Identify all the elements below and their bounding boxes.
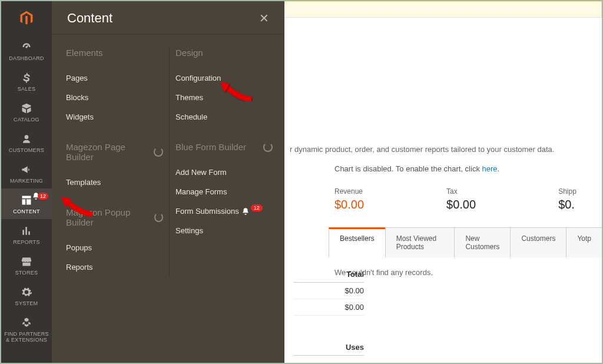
flyout-heading: Blue Form Builder (175, 142, 273, 152)
sidebar-item-marketing[interactable]: MARKETING (1, 158, 52, 188)
kpi-tax: Tax$0.00 (446, 187, 476, 211)
menu-widgets[interactable]: Widgets (66, 107, 163, 127)
menu-settings[interactable]: Settings (175, 221, 273, 240)
kpi-label: Shipp (558, 187, 577, 196)
loading-spinner-icon (154, 213, 163, 222)
megaphone-icon (2, 164, 51, 176)
menu-configuration[interactable]: Configuration (175, 68, 273, 88)
menu-popups[interactable]: Popups (66, 238, 163, 257)
menu-manage-forms[interactable]: Manage Forms (175, 182, 273, 201)
sidebar-item-label: STORES (2, 270, 51, 276)
gear-icon (2, 286, 51, 298)
totals-row: $0.00 (293, 283, 364, 299)
kpi-label: Revenue (334, 187, 364, 196)
sidebar-item-stores[interactable]: STORES (1, 250, 52, 280)
sidebar-item-sales[interactable]: SALES (1, 66, 52, 97)
totals-mini-table: Total $0.00$0.00 Uses (293, 266, 364, 356)
menu-schedule[interactable]: Schedule (175, 107, 273, 127)
tab-customers[interactable]: Customers (510, 227, 566, 257)
flyout-title: Content (67, 11, 112, 26)
totals-header: Total (346, 270, 364, 279)
sidebar-item-system[interactable]: SYSTEM (1, 280, 52, 311)
chart-note-suffix: . (498, 164, 500, 173)
box-icon (2, 102, 51, 114)
person-icon (2, 133, 51, 145)
flyout-heading: Magezon Popup Builder (66, 207, 163, 227)
tab-yotp[interactable]: Yotp (566, 227, 602, 257)
tab-bestsellers[interactable]: Bestsellers (329, 227, 386, 257)
kpi-shipp: Shipp$0. (558, 187, 577, 211)
sidebar-item-label: FIND PARTNERS & EXTENSIONS (2, 331, 51, 343)
sidebar-item-label: DASHBOARD (2, 55, 51, 61)
admin-sidebar: DASHBOARDSALESCATALOGCUSTOMERSMARKETINGC… (1, 1, 52, 363)
gauge-icon (2, 41, 51, 53)
menu-blocks[interactable]: Blocks (66, 88, 163, 107)
storefront-icon (2, 256, 51, 267)
menu-form-submissions[interactable]: Form Submissions12 (175, 201, 273, 221)
menu-add-new-form[interactable]: Add New Form (175, 163, 273, 182)
kpi-value: $0. (558, 198, 577, 211)
kpi-value: $0.00 (334, 198, 364, 211)
menu-themes[interactable]: Themes (175, 88, 273, 107)
sidebar-item-dashboard[interactable]: DASHBOARD (1, 35, 52, 66)
tab-new-customers[interactable]: New Customers (454, 227, 511, 257)
badge-count: 12 (251, 204, 263, 211)
flyout-heading: Magezon Page Builder (66, 142, 163, 162)
sidebar-item-label: MARKETING (2, 178, 51, 184)
sidebar-item-label: CATALOG (2, 117, 51, 123)
menu-templates[interactable]: Templates (66, 173, 163, 192)
sidebar-item-label: SALES (2, 86, 51, 92)
chart-note-prefix: Chart is disabled. To enable the chart, … (334, 164, 482, 173)
sidebar-item-label: SYSTEM (2, 300, 51, 306)
kpi-value: $0.00 (446, 198, 476, 211)
menu-reports[interactable]: Reports (66, 257, 163, 277)
menu-pages[interactable]: Pages (66, 68, 163, 88)
tab-most-viewed-products[interactable]: Most Viewed Products (385, 227, 455, 257)
sidebar-item-label: REPORTS (2, 239, 51, 245)
notification-badge: 12 (32, 192, 48, 200)
totals-row: $0.00 (293, 299, 364, 316)
content-flyout: Content ✕ ElementsPagesBlocksWidgetsMage… (52, 1, 284, 363)
sidebar-item-label: CUSTOMERS (2, 147, 51, 153)
bars-icon (2, 225, 51, 237)
flyout-heading: Design (175, 48, 273, 58)
sidebar-item-customers[interactable]: CUSTOMERS (1, 127, 52, 158)
dollar-icon (2, 72, 51, 84)
sidebar-item-content[interactable]: CONTENT12 (1, 188, 52, 219)
uses-header: Uses (346, 343, 364, 352)
bell-icon (241, 207, 250, 216)
sidebar-item-reports[interactable]: REPORTS (1, 219, 52, 250)
sidebar-item-label: CONTENT (2, 209, 51, 214)
sidebar-item-catalog[interactable]: CATALOG (1, 97, 52, 127)
flyout-heading: Elements (66, 48, 163, 58)
close-icon[interactable]: ✕ (259, 11, 269, 25)
loading-spinner-icon (263, 143, 273, 152)
enable-chart-link[interactable]: here (482, 164, 498, 173)
magento-logo[interactable] (1, 1, 52, 35)
cubes-icon (2, 317, 51, 329)
loading-spinner-icon (154, 147, 163, 157)
kpi-label: Tax (446, 187, 476, 196)
sidebar-item-find-partners-extensions[interactable]: FIND PARTNERS & EXTENSIONS (1, 311, 52, 348)
kpi-revenue: Revenue$0.00 (334, 187, 364, 211)
